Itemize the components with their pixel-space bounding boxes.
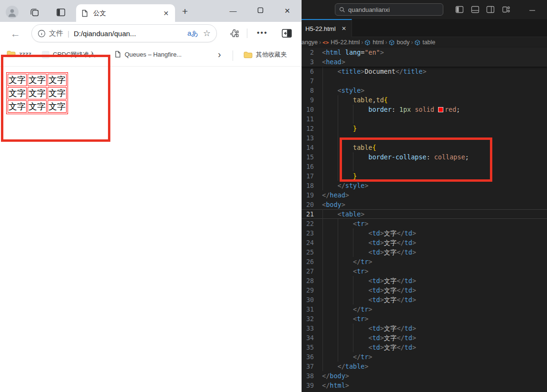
code-text: <td>文字</td> [322,285,416,295]
toggle-panel-icon[interactable] [471,5,479,14]
translate-icon[interactable]: aあ [187,29,198,38]
line-number: 23 [302,228,314,238]
vscode-minimize-icon[interactable] [528,6,537,15]
breadcrumb-label: body [397,39,410,46]
code-line-20[interactable]: 20<body> [302,200,547,209]
bookmark-other-favorites-folder[interactable]: 其他收藏夹 [244,50,287,59]
code-line-29[interactable]: 29 <td>文字</td> [302,285,547,295]
address-bar[interactable]: 文件 | D:/qianduan/quan... aあ ☆ [31,24,217,42]
line-number: 27 [302,266,314,276]
code-editor[interactable]: 6 <title>Document</title>78 <style>9 tab… [302,48,547,392]
code-line-34[interactable]: 34 <td>文字</td> [302,333,547,343]
line-number: 14 [302,143,314,152]
code-text: <td>文字</td> [322,295,416,304]
code-line-37[interactable]: 37 </table> [302,362,547,371]
line-number: 24 [302,238,314,247]
line-number: 2 [302,48,314,57]
code-line-39[interactable]: 39</html> [302,381,547,390]
code-line-8[interactable]: 8 <style> [302,86,547,95]
chevron-right-icon: › [411,39,413,46]
code-text: <td>文字</td> [322,228,416,238]
line-number: 35 [302,343,314,352]
breadcrumb-item-angye[interactable]: angye [302,39,318,46]
code-text: <td>文字</td> [322,333,416,343]
window-maximize-button[interactable] [255,7,265,15]
line-number: 10 [302,105,314,114]
vscode-tab-h5-22[interactable]: H5-22.html ✕ [302,19,352,37]
line-number: 34 [302,333,314,343]
css-color-swatch[interactable] [438,107,443,112]
sidebar-toggle-icon[interactable] [282,28,292,39]
vscode-title-bar: quanduanlianxi [302,0,547,19]
breadcrumb-item-body[interactable]: body [389,39,410,46]
breadcrumb: angye›<>H5-22.html›html›body›table [302,37,547,48]
code-line-18[interactable]: 18 </style> [302,181,547,190]
vscode-window: quanduanlianxi H5-22.html ✕ [302,0,547,392]
code-line-28[interactable]: 28 <td>文字</td> [302,276,547,285]
toggle-secondary-sidebar-icon[interactable] [486,5,495,14]
code-line-24[interactable]: 24 <td>文字</td> [302,238,547,247]
code-line-6[interactable]: 6 <title>Document</title> [302,67,547,76]
new-tab-button[interactable]: + [180,7,190,17]
code-line-3[interactable]: 3<head> [302,57,547,67]
bookmarks-overflow-chevron[interactable]: › [218,49,221,60]
profile-avatar[interactable] [6,6,19,19]
code-line-19[interactable]: 19</head> [302,190,547,200]
tab-close-icon[interactable]: ✕ [162,10,170,17]
command-center-search[interactable]: quanduanlianxi [335,3,443,16]
code-line-30[interactable]: 30 <td>文字</td> [302,295,547,304]
code-line-2[interactable]: 2<html lang="en"> [302,48,547,57]
code-text: <tr> [322,314,369,323]
browser-tab[interactable]: 公文 ✕ [76,4,175,22]
chevron-right-icon: › [361,39,363,46]
code-line-27[interactable]: 27 <tr> [302,266,547,276]
code-line-36[interactable]: 36 </tr> [302,352,547,362]
code-line-21[interactable]: 21 <table> [302,209,547,219]
extensions-puzzle-icon[interactable] [230,28,240,39]
breadcrumb-label: table [422,39,435,46]
site-info-icon[interactable] [38,29,46,38]
vertical-tabs-icon[interactable] [56,7,66,18]
annotation-rectangle-code [340,137,492,182]
annotation-rectangle-browser [1,55,110,142]
code-line-26[interactable]: 26 </tr> [302,257,547,266]
code-text: <tr> [322,219,369,228]
code-line-22[interactable]: 22 <tr> [302,219,547,228]
code-line-35[interactable]: 35 <td>文字</td> [302,343,547,352]
code-line-23[interactable]: 23 <td>文字</td> [302,228,547,238]
indent-guide [322,76,323,86]
code-line-32[interactable]: 32 <tr> [302,314,547,323]
code-line-33[interactable]: 33 <td>文字</td> [302,323,547,333]
back-button[interactable]: ← [10,28,20,39]
code-text: <td>文字</td> [322,238,416,247]
line-number: 32 [302,314,314,323]
line-number: 20 [302,200,314,209]
toolbar-separator [247,29,247,38]
code-line-25[interactable]: 25 <td>文字</td> [302,247,547,257]
toggle-primary-sidebar-icon[interactable] [455,5,464,14]
line-number: 30 [302,295,314,304]
code-line-12[interactable]: 12 } [302,124,547,133]
breadcrumb-item-table[interactable]: table [414,39,435,46]
settings-more-button[interactable]: ••• [257,29,268,40]
code-line-31[interactable]: 31 </tr> [302,304,547,314]
code-line-38[interactable]: 38</body> [302,371,547,381]
line-number: 37 [302,362,314,371]
bookmark-queues-hangfire[interactable]: Queues – Hangfire... [114,50,182,58]
window-close-button[interactable]: ✕ [283,7,292,15]
breadcrumb-item-html[interactable]: html [364,39,384,46]
code-line-10[interactable]: 10 border: 1px solid red; [302,105,547,114]
vscode-tab-close-icon[interactable]: ✕ [340,25,348,32]
workspaces-icon[interactable] [29,7,40,18]
customize-layout-icon[interactable] [502,5,510,14]
code-line-9[interactable]: 9 table,td{ [302,95,547,105]
indent-guide [322,162,323,171]
indent-guide [338,133,338,143]
code-line-7[interactable]: 7 [302,76,547,86]
code-text: </html> [322,381,349,390]
breadcrumb-item-H5-22.html[interactable]: <>H5-22.html [322,39,360,46]
favorite-star-icon[interactable]: ☆ [203,28,211,39]
code-line-11[interactable]: 11 [302,114,547,124]
window-minimize-button[interactable]: — [228,7,238,15]
code-text: </table> [322,362,369,371]
